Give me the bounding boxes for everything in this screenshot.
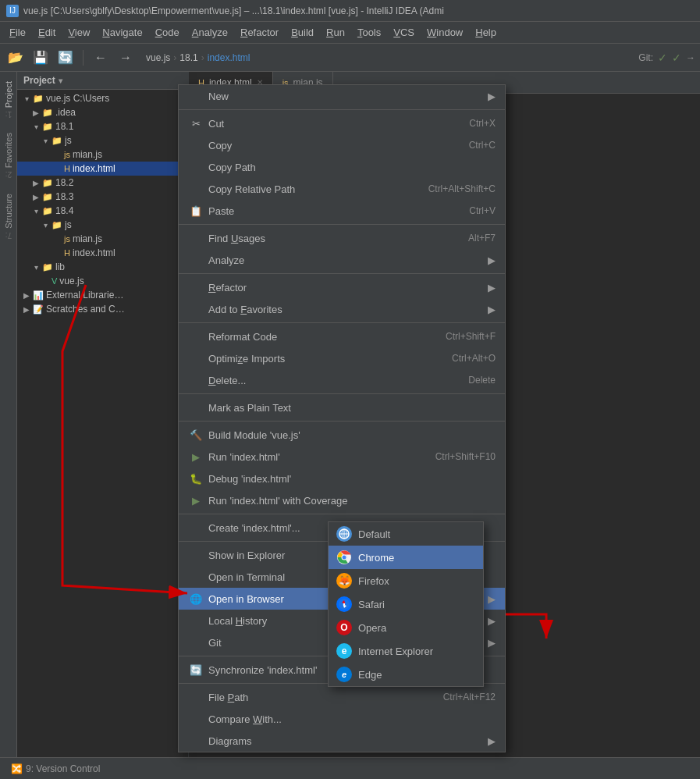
- tree-item-183[interactable]: ▶ 📁 18.3: [17, 190, 188, 204]
- tree-item-181[interactable]: ▾ 📁 18.1: [17, 119, 188, 133]
- tree-item-extlibs[interactable]: ▶ 📊 External Librarie…: [17, 288, 188, 302]
- browser-ie[interactable]: e Internet Explorer: [329, 639, 483, 663]
- browser-opera[interactable]: O Opera: [329, 616, 483, 639]
- project-arrow[interactable]: ▾: [59, 76, 62, 85]
- browser-edge-icon: e: [336, 667, 352, 682]
- toolbar-forward-btn[interactable]: →: [115, 47, 137, 69]
- menu-edit[interactable]: Edit: [32, 23, 62, 41]
- ctx-sep4: [179, 322, 505, 323]
- ctx-refactor[interactable]: Refactor ▶: [179, 276, 505, 298]
- tree-label-idea: .idea: [55, 107, 188, 118]
- tree-label-181: 18.1: [55, 121, 188, 132]
- menu-file[interactable]: File: [3, 23, 32, 41]
- ctx-analyze-arrow: ▶: [488, 254, 496, 266]
- toolbar-save-btn[interactable]: 💾: [30, 47, 52, 69]
- ctx-addtofav[interactable]: Add to Favorites ▶: [179, 298, 505, 320]
- ctx-analyze[interactable]: Analyze ▶: [179, 249, 505, 271]
- breadcrumb-indexhtml[interactable]: index.html: [208, 52, 251, 63]
- tree-item-184[interactable]: ▾ 📁 18.4: [17, 204, 188, 218]
- tree-item-mianjs-184[interactable]: ▶ js mian.js: [17, 232, 188, 246]
- ctx-paste[interactable]: 📋 Paste Ctrl+V: [179, 200, 505, 222]
- tree-item-indexhtml-184[interactable]: ▶ H index.html: [17, 246, 188, 260]
- tree-item-scratches[interactable]: ▶ 📝 Scratches and C…: [17, 302, 188, 316]
- browser-firefox[interactable]: 🦊 Firefox: [329, 569, 483, 592]
- menu-window[interactable]: Window: [421, 23, 469, 41]
- ctx-diagrams[interactable]: Diagrams ▶: [179, 730, 505, 752]
- browser-chrome[interactable]: Chrome: [329, 546, 483, 569]
- sidebar-tab-structure[interactable]: 7: Structure: [1, 187, 16, 246]
- ctx-debug[interactable]: 🐛 Debug 'index.html': [179, 468, 505, 489]
- ctx-refactor-icon: [188, 279, 204, 295]
- menu-run[interactable]: Run: [320, 23, 351, 41]
- ctx-buildmodule[interactable]: 🔨 Build Module 'vue.js': [179, 424, 505, 446]
- ctx-runwithcoverage[interactable]: ▶ Run 'index.html' with Coverage: [179, 489, 505, 511]
- bottom-bar: 🔀 9: Version Control: [0, 757, 700, 779]
- toolbar-refresh-btn[interactable]: 🔄: [55, 47, 76, 69]
- menu-analyze[interactable]: Analyze: [186, 23, 234, 41]
- tree-item-js-184[interactable]: ▾ 📁 js: [17, 218, 188, 232]
- menu-refactor[interactable]: Refactor: [234, 23, 285, 41]
- ctx-delete[interactable]: Delete... Delete: [179, 369, 505, 391]
- ctx-new[interactable]: New ▶: [179, 85, 505, 107]
- tree-label-extlibs: External Librarie…: [46, 290, 188, 301]
- browser-firefox-label: Firefox: [358, 575, 389, 587]
- tree-item-lib[interactable]: ▾ 📁 lib: [17, 260, 188, 274]
- tree-arrow-idea: ▶: [30, 108, 42, 117]
- ctx-copy[interactable]: Copy Ctrl+C: [179, 134, 505, 156]
- ctx-markplaintext[interactable]: Mark as Plain Text: [179, 397, 505, 418]
- ctx-syncindex-icon: 🔄: [188, 662, 204, 678]
- tree-item-182[interactable]: ▶ 📁 18.2: [17, 176, 188, 190]
- ctx-filepath-label: File Path: [208, 692, 428, 703]
- ctx-runwithcoverage-label: Run 'index.html' with Coverage: [208, 495, 496, 507]
- ctx-run[interactable]: ▶ Run 'index.html' Ctrl+Shift+F10: [179, 446, 505, 468]
- ctx-copyrelpath-shortcut: Ctrl+Alt+Shift+C: [428, 183, 496, 194]
- ctx-filepath[interactable]: File Path Ctrl+Alt+F12: [179, 686, 505, 708]
- browser-default[interactable]: Default: [329, 522, 483, 546]
- ctx-findusages[interactable]: Find Usages Alt+F7: [179, 227, 505, 249]
- ctx-cut-icon: ✂: [188, 116, 204, 131]
- bottom-tab-versioncontrol[interactable]: 🔀 9: Version Control: [6, 762, 105, 776]
- ctx-git-icon: [188, 635, 204, 650]
- breadcrumb-181[interactable]: 18.1: [179, 52, 197, 63]
- side-tabs-left: 1: Project 2: Favorites 7: Structure: [0, 72, 17, 757]
- ctx-addtofav-label: Add to Favorites: [208, 304, 481, 315]
- tree-item-vuejs-root[interactable]: ▾ 📁 vue.js C:\Users: [17, 91, 188, 105]
- ctx-optimizeimports[interactable]: Optimize Imports Ctrl+Alt+O: [179, 347, 505, 369]
- menu-vcs[interactable]: VCS: [387, 23, 421, 41]
- ctx-delete-label: Delete...: [208, 375, 453, 386]
- ctx-copyrelpath[interactable]: Copy Relative Path Ctrl+Alt+Shift+C: [179, 178, 505, 200]
- ctx-copy-icon: [188, 137, 204, 153]
- browser-edge[interactable]: e Edge: [329, 663, 483, 686]
- tree-item-idea[interactable]: ▶ 📁 .idea: [17, 105, 188, 119]
- menu-build[interactable]: Build: [285, 23, 320, 41]
- tree-item-js-181[interactable]: ▾ 📁 js: [17, 133, 188, 148]
- browser-safari[interactable]: Safari: [329, 592, 483, 616]
- ctx-comparewith[interactable]: Compare With...: [179, 708, 505, 730]
- toolbar-back-btn[interactable]: ←: [90, 47, 112, 69]
- menu-help[interactable]: Help: [469, 23, 503, 41]
- browser-ie-icon: e: [336, 643, 352, 659]
- browser-opera-label: Opera: [358, 622, 386, 634]
- project-folder-icon: 📁: [33, 94, 44, 104]
- ctx-cut[interactable]: ✂ Cut Ctrl+X: [179, 112, 505, 134]
- folder-183-icon: 📁: [42, 192, 53, 202]
- tree-item-indexhtml-181[interactable]: ▶ H index.html: [17, 162, 188, 176]
- menu-tools[interactable]: Tools: [351, 23, 387, 41]
- tree-label-scratches: Scratches and C…: [46, 304, 188, 315]
- menu-view[interactable]: View: [62, 23, 96, 41]
- menu-code[interactable]: Code: [149, 23, 186, 41]
- breadcrumb-vuejs[interactable]: vue.js: [146, 52, 170, 63]
- extlibs-icon: 📊: [33, 290, 44, 301]
- toolbar-open-btn[interactable]: 📂: [5, 47, 27, 69]
- sidebar-tab-project[interactable]: 1: Project: [1, 75, 16, 125]
- tree-item-vuejs-lib[interactable]: ▶ V vue.js: [17, 274, 188, 288]
- ctx-copypath[interactable]: Copy Path: [179, 156, 505, 178]
- menu-navigate[interactable]: Navigate: [96, 23, 148, 41]
- toolbar: 📂 💾 🔄 ← → vue.js › 18.1 › index.html Git…: [0, 44, 700, 72]
- tree-item-mianjs-181[interactable]: ▶ js mian.js: [17, 148, 188, 162]
- sidebar-tab-favorites[interactable]: 2: Favorites: [1, 126, 16, 185]
- ctx-reformatcode[interactable]: Reformat Code Ctrl+Shift+F: [179, 325, 505, 347]
- app-icon: IJ: [6, 5, 19, 17]
- ctx-run-icon: ▶: [188, 449, 204, 464]
- project-label: Project: [23, 75, 55, 86]
